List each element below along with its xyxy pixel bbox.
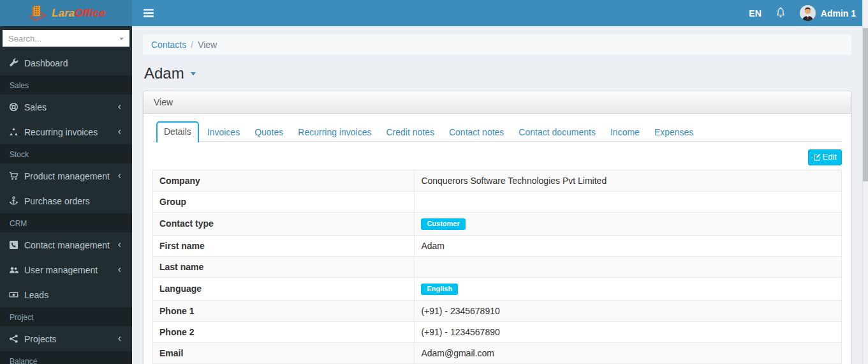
sidebar-item-dashboard[interactable]: Dashboard [0, 50, 132, 75]
avatar [800, 5, 816, 21]
status-badge: Customer [421, 218, 465, 230]
brand-logo[interactable]: LaraOffice [0, 0, 132, 26]
chevron-left-icon [116, 128, 123, 135]
sidebar-item-user-management[interactable]: User management [0, 257, 132, 282]
sidebar-item-purchase-orders[interactable]: Purchase orders [0, 188, 132, 213]
tab-label[interactable]: Contact documents [512, 123, 602, 142]
tab-label[interactable]: Details [156, 121, 199, 142]
life-ring-icon [9, 102, 18, 112]
main-area: EN [132, 0, 862, 364]
tab-label[interactable]: Invoices [201, 123, 246, 142]
hamburger-icon [143, 8, 154, 18]
tab-expenses[interactable]: Expenses [648, 123, 700, 142]
phone-square-icon [9, 240, 18, 250]
share-icon [9, 334, 18, 344]
edit-icon [813, 153, 821, 161]
tab-recurring-invoices[interactable]: Recurring invoices [291, 123, 378, 142]
tab-label[interactable]: Contact notes [443, 123, 510, 142]
view-panel: View DetailsInvoicesQuotesRecurring invo… [143, 91, 851, 364]
tab-label[interactable]: Recurring invoices [291, 123, 378, 142]
sidebar-section-balance: Balance [0, 351, 132, 364]
user-menu[interactable]: Admin 1 [800, 5, 856, 21]
tab-details[interactable]: Details [156, 121, 199, 142]
table-row-last-name: Last name [153, 256, 842, 277]
bell-icon [776, 7, 786, 18]
laraoffice-logo-icon [27, 4, 48, 23]
page-title: Adam [144, 64, 850, 82]
caret-down-icon[interactable] [189, 70, 197, 77]
detail-value: Conquerors Software Technologies Pvt Lim… [415, 170, 842, 191]
recycle-icon [9, 127, 18, 137]
tab-label[interactable]: Quotes [248, 123, 290, 142]
chevron-left-icon [116, 103, 123, 110]
detail-value: (+91) - 1234567890 [415, 321, 842, 342]
content: Contacts/View Adam View DetailsInvoicesQ… [132, 26, 862, 364]
chevron-left-icon [116, 241, 123, 248]
sidebar-item-sales[interactable]: Sales [0, 95, 132, 119]
detail-value: English [415, 277, 842, 300]
cart-icon [9, 171, 18, 181]
search-caret-icon[interactable] [119, 36, 124, 42]
sidebar-section-project: Project [0, 307, 132, 326]
status-badge: English [421, 284, 458, 295]
detail-label: First name [153, 235, 415, 256]
app-window: LaraOffice DashboardSalesSalesRecurring … [0, 0, 862, 364]
wrench-icon [9, 58, 18, 68]
detail-value: Adam [415, 235, 842, 256]
sidebar-item-product-management[interactable]: Product management [0, 163, 132, 188]
tab-income[interactable]: Income [604, 123, 646, 142]
contact-details-table: CompanyConquerors Software Technologies … [152, 170, 842, 364]
sidebar-item-projects[interactable]: Projects [0, 326, 132, 351]
tab-label[interactable]: Income [604, 123, 646, 142]
sidebar-item-label: Purchase orders [24, 196, 123, 206]
detail-label: Last name [153, 256, 415, 277]
sidebar-section-sales: Sales [0, 75, 132, 95]
detail-label: Phone 1 [153, 300, 415, 321]
sidebar: LaraOffice DashboardSalesSalesRecurring … [0, 0, 132, 364]
table-row-contact-type: Contact typeCustomer [153, 212, 842, 235]
edit-button[interactable]: Edit [808, 149, 842, 165]
tab-contact-documents[interactable]: Contact documents [512, 123, 602, 142]
sidebar-menu: DashboardSalesSalesRecurring invoicesSto… [0, 50, 132, 364]
sidebar-item-label: Projects [24, 334, 116, 344]
page-scrollbar[interactable] [862, 0, 868, 364]
tab-label[interactable]: Expenses [648, 123, 700, 142]
detail-value: Customer [415, 212, 842, 235]
sidebar-item-leads[interactable]: Leads [0, 282, 132, 307]
brand-text-office: Office [75, 7, 105, 19]
chevron-left-icon [116, 172, 123, 179]
tab-contact-notes[interactable]: Contact notes [443, 123, 510, 142]
sidebar-toggle-button[interactable] [139, 4, 158, 23]
language-selector[interactable]: EN [749, 8, 761, 19]
sidebar-item-label: Product management [24, 171, 116, 181]
scrollbar-thumb[interactable] [863, 28, 868, 181]
anchor-icon [9, 196, 18, 206]
sidebar-section-stock: Stock [0, 144, 132, 163]
detail-value [415, 191, 842, 212]
search-input[interactable] [3, 30, 129, 47]
sidebar-item-recurring-invoices[interactable]: Recurring invoices [0, 119, 132, 144]
users-icon [9, 265, 18, 275]
tab-invoices[interactable]: Invoices [201, 123, 246, 142]
table-row-email: EmailAdam@gmail.com [153, 342, 842, 363]
panel-header: View [143, 91, 851, 114]
detail-value: Adam@gmail.com [415, 342, 842, 363]
tab-credit-notes[interactable]: Credit notes [379, 123, 440, 142]
table-row-phone-2: Phone 2(+91) - 1234567890 [153, 321, 842, 342]
detail-label: Group [153, 191, 415, 212]
sidebar-item-label: Contact management [24, 240, 116, 250]
sidebar-item-contact-management[interactable]: Contact management [0, 232, 132, 257]
tab-quotes[interactable]: Quotes [248, 123, 290, 142]
breadcrumb-link-contacts[interactable]: Contacts [151, 40, 186, 50]
detail-label: Language [153, 277, 415, 300]
detail-label: Email [153, 342, 415, 363]
tab-label[interactable]: Credit notes [379, 123, 440, 142]
breadcrumb: Contacts/View [143, 34, 851, 55]
notifications-button[interactable] [776, 7, 786, 20]
table-row-language: LanguageEnglish [153, 277, 842, 300]
breadcrumb-current: View [198, 40, 217, 50]
edit-row: Edit [152, 142, 842, 165]
table-row-first-name: First nameAdam [153, 235, 842, 256]
page-title-text: Adam [144, 64, 184, 82]
navbar-right: EN [749, 5, 856, 21]
